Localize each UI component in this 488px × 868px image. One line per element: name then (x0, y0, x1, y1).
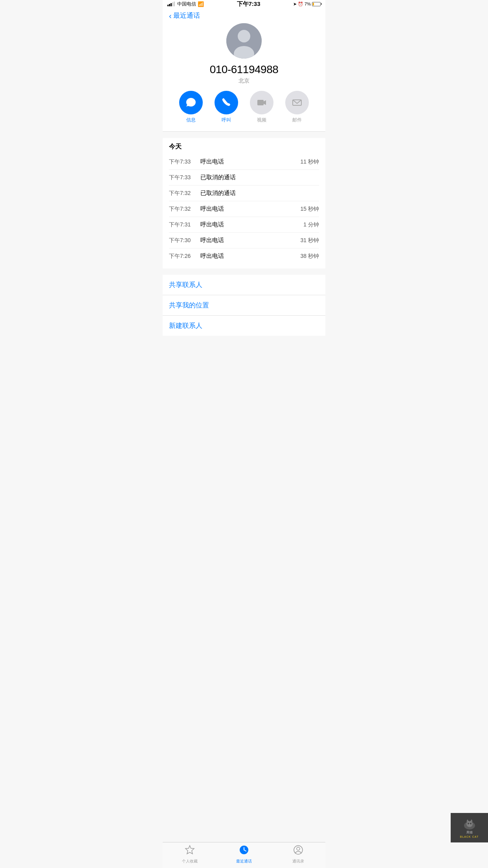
video-icon (250, 91, 273, 114)
message-icon (179, 91, 203, 114)
svg-point-1 (238, 30, 250, 42)
action-buttons: 信息 呼叫 (179, 91, 309, 123)
call-time: 下午7:31 (169, 221, 200, 228)
call-log-item: 下午7:33 呼出电话 11 秒钟 (169, 154, 319, 170)
link-section: 共享联系人共享我的位置新建联系人 (163, 275, 325, 336)
call-type: 呼出电话 (200, 205, 301, 213)
video-label: 视频 (257, 117, 266, 123)
status-right: ➤ ⏰ 7% (293, 2, 321, 7)
call-log-item: 下午7:32 已取消的通话 (169, 186, 319, 201)
call-type: 呼出电话 (200, 221, 303, 228)
alarm-icon: ⏰ (298, 2, 303, 7)
call-time: 下午7:33 (169, 158, 200, 166)
link-share-contact[interactable]: 共享联系人 (163, 275, 325, 295)
message-action[interactable]: 信息 (179, 91, 203, 123)
link-new-contact[interactable]: 新建联系人 (163, 316, 325, 336)
call-time: 下午7:30 (169, 237, 200, 244)
call-log-item: 下午7:26 呼出电话 38 秒钟 (169, 248, 319, 264)
avatar (226, 23, 262, 59)
call-type: 呼出电话 (200, 158, 301, 166)
call-log-item: 下午7:32 呼出电话 15 秒钟 (169, 201, 319, 217)
svg-marker-4 (264, 100, 266, 105)
mail-action[interactable]: 邮件 (285, 91, 309, 123)
call-log-item: 下午7:33 已取消的通话 (169, 170, 319, 186)
call-icon (215, 91, 238, 114)
phone-number: 010-61194988 (210, 63, 279, 76)
call-duration: 11 秒钟 (301, 158, 319, 166)
call-time: 下午7:33 (169, 174, 200, 181)
call-duration: 38 秒钟 (301, 253, 319, 260)
location-label: 北京 (238, 77, 250, 85)
back-chevron-icon: ‹ (169, 12, 172, 20)
mail-label: 邮件 (292, 117, 302, 123)
status-left: 中国电信 📶 (167, 1, 204, 7)
signal-bars (167, 2, 175, 6)
call-type: 呼出电话 (200, 252, 301, 260)
status-bar: 中国电信 📶 下午7:33 ➤ ⏰ 7% (163, 0, 325, 8)
back-label: 最近通话 (173, 11, 200, 20)
call-log-item: 下午7:31 呼出电话 1 分钟 (169, 217, 319, 233)
carrier-name: 中国电信 (177, 1, 196, 7)
battery-icon (312, 2, 321, 6)
mail-icon (285, 91, 309, 114)
call-time: 下午7:26 (169, 253, 200, 260)
call-duration: 15 秒钟 (301, 206, 319, 213)
video-action[interactable]: 视频 (250, 91, 273, 123)
call-log-section: 今天 下午7:33 呼出电话 11 秒钟 下午7:33 已取消的通话 下午7:3… (163, 138, 325, 268)
call-label: 呼叫 (222, 117, 231, 123)
call-type: 已取消的通话 (200, 174, 319, 181)
call-type: 已取消的通话 (200, 189, 319, 197)
call-duration: 31 秒钟 (301, 237, 319, 244)
link-share-location[interactable]: 共享我的位置 (163, 295, 325, 316)
back-button[interactable]: ‹ 最近通话 (169, 11, 200, 20)
status-time: 下午7:33 (237, 0, 261, 8)
location-arrow-icon: ➤ (293, 2, 297, 7)
call-action[interactable]: 呼叫 (215, 91, 238, 123)
call-log-item: 下午7:30 呼出电话 31 秒钟 (169, 233, 319, 248)
call-time: 下午7:32 (169, 190, 200, 197)
message-label: 信息 (186, 117, 196, 123)
call-type: 呼出电话 (200, 237, 301, 244)
wifi-icon: 📶 (198, 1, 204, 7)
svg-rect-3 (257, 100, 264, 105)
avatar-silhouette-icon (226, 23, 262, 59)
call-log-list: 下午7:33 呼出电话 11 秒钟 下午7:33 已取消的通话 下午7:32 已… (169, 154, 319, 264)
call-time: 下午7:32 (169, 206, 200, 213)
call-log-title: 今天 (169, 143, 319, 151)
battery-percent: 7% (305, 2, 311, 6)
contact-header: ‹ 最近通话 010-61194988 北京 (163, 8, 325, 132)
call-duration: 1 分钟 (303, 221, 319, 228)
